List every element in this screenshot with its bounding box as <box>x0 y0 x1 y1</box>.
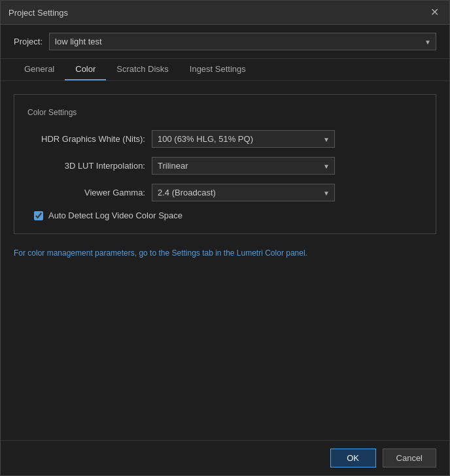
dialog-title: Project Settings <box>9 8 68 18</box>
lut-select-wrapper: Trilinear ▼ <box>152 157 335 175</box>
hdr-select-wrapper: 100 (63% HLG, 51% PQ) ▼ <box>152 130 335 148</box>
gamma-label: Viewer Gamma: <box>27 188 145 197</box>
gamma-select[interactable]: 2.4 (Broadcast) <box>152 184 335 201</box>
hdr-row: HDR Graphics White (Nits): 100 (63% HLG,… <box>27 130 423 148</box>
dialog-footer: OK Cancel <box>1 440 449 475</box>
hdr-select[interactable]: 100 (63% HLG, 51% PQ) <box>152 130 335 148</box>
tab-general[interactable]: General <box>14 59 65 80</box>
title-bar: Project Settings ✕ <box>1 1 449 25</box>
lut-select[interactable]: Trilinear <box>152 157 335 175</box>
auto-detect-row: Auto Detect Log Video Color Space <box>34 211 423 220</box>
auto-detect-checkbox[interactable] <box>34 211 43 220</box>
auto-detect-label[interactable]: Auto Detect Log Video Color Space <box>48 211 182 220</box>
section-title: Color Settings <box>27 108 423 117</box>
project-label: Project: <box>14 37 43 46</box>
lut-label: 3D LUT Interpolation: <box>27 161 145 171</box>
project-select[interactable]: low light test <box>49 33 436 50</box>
gamma-row: Viewer Gamma: 2.4 (Broadcast) ▼ <box>27 184 423 201</box>
color-settings-section: Color Settings HDR Graphics White (Nits)… <box>14 94 436 234</box>
hdr-label: HDR Graphics White (Nits): <box>27 134 145 144</box>
close-button[interactable]: ✕ <box>428 6 441 19</box>
lut-row: 3D LUT Interpolation: Trilinear ▼ <box>27 157 423 175</box>
tab-content: Color Settings HDR Graphics White (Nits)… <box>1 81 449 440</box>
cancel-button[interactable]: Cancel <box>383 449 436 468</box>
project-settings-dialog: Project Settings ✕ Project: low light te… <box>0 0 450 476</box>
ok-button[interactable]: OK <box>330 449 376 468</box>
tab-color[interactable]: Color <box>65 59 106 80</box>
tab-scratch-disks[interactable]: Scratch Disks <box>106 59 179 80</box>
gamma-select-wrapper: 2.4 (Broadcast) ▼ <box>152 184 335 201</box>
tab-ingest-settings[interactable]: Ingest Settings <box>179 59 256 80</box>
info-text: For color management parameters, go to t… <box>14 247 436 259</box>
project-row: Project: low light test ▼ <box>1 25 449 59</box>
tabs-container: General Color Scratch Disks Ingest Setti… <box>1 59 449 81</box>
project-select-wrapper: low light test ▼ <box>49 33 436 50</box>
